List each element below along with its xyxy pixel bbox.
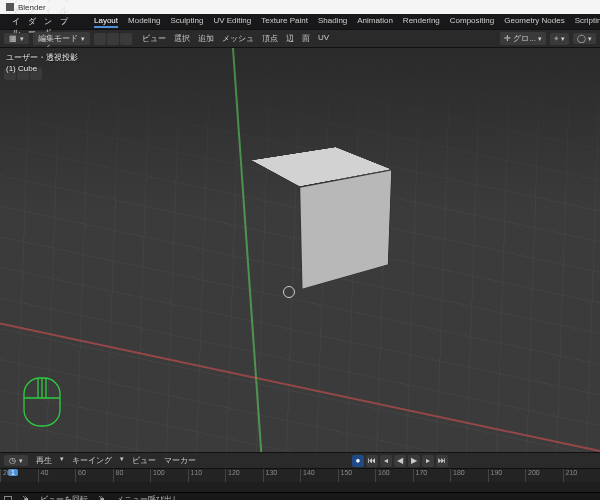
tab-shading[interactable]: Shading [318, 16, 347, 28]
clock-icon: ◷ [9, 456, 16, 465]
chevron-down-icon: ▾ [538, 35, 542, 43]
timeline-menus: 再生 ▾ キーイング ▾ ビュー マーカー [36, 455, 196, 466]
tick: 120 [225, 469, 263, 482]
record-icon: ● [356, 456, 361, 465]
overlay-line2: (1) Cube [6, 63, 78, 74]
tab-animation[interactable]: Animation [357, 16, 393, 28]
menu-keying[interactable]: キーイング [72, 455, 112, 466]
menu-vertex[interactable]: 頂点 [262, 33, 278, 44]
overlay-line1: ユーザー・透視投影 [6, 52, 78, 63]
tick: 160 [375, 469, 413, 482]
proportional-edit-button[interactable]: ◯ ▾ [573, 33, 596, 44]
axes-icon: ✛ [504, 34, 511, 43]
tab-modeling[interactable]: Modeling [128, 16, 160, 28]
viewport-3d[interactable]: ユーザー・透視投影 (1) Cube [0, 48, 600, 452]
tab-geometrynodes[interactable]: Geometry Nodes [504, 16, 564, 28]
mouse-right-icon: 🖱 [98, 495, 106, 500]
editor-type-dropdown[interactable]: ▦ ▾ [4, 33, 29, 44]
prev-keyframe-button[interactable]: ◂ [380, 455, 392, 467]
grid-icon: ▦ [9, 34, 17, 43]
vertex-select-icon[interactable] [94, 33, 106, 45]
tick: 190 [488, 469, 526, 482]
menu-marker[interactable]: マーカー [164, 455, 196, 466]
jump-start-button[interactable]: ⏮ [366, 455, 378, 467]
menu-playback[interactable]: 再生 [36, 455, 52, 466]
timeline-ruler[interactable]: 1 20 40 60 80 100 110 120 130 140 150 16… [0, 468, 600, 482]
workspace-tabs: Layout Modeling Sculpting UV Editing Tex… [94, 16, 600, 28]
tick: 60 [75, 469, 113, 482]
orientation-label: グロ... [513, 33, 536, 44]
tick: 180 [450, 469, 488, 482]
mode-label: 編集モード [38, 33, 78, 44]
header-right-cluster: ✛ グロ... ▾ ⌖ ▾ ◯ ▾ [500, 32, 596, 45]
play-icon: ▶ [411, 456, 417, 465]
tick: 170 [413, 469, 451, 482]
mouse-hint-icon [20, 374, 64, 432]
chevron-down-icon: ▾ [561, 35, 565, 43]
tab-layout[interactable]: Layout [94, 16, 118, 28]
tick: 40 [38, 469, 76, 482]
statusbar: 🖱 ビューを回転 🖱 メニュー呼び出し [0, 492, 600, 500]
play-rev-icon: ◀ [397, 456, 403, 465]
timeline-header: ◷ ▾ 再生 ▾ キーイング ▾ ビュー マーカー ● ⏮ ◂ ◀ ▶ ▸ ⏭ [0, 452, 600, 468]
tick: 80 [113, 469, 151, 482]
tab-compositing[interactable]: Compositing [450, 16, 494, 28]
status-hint-2: メニュー呼び出し [116, 494, 180, 500]
face-select-icon[interactable] [120, 33, 132, 45]
menu-mesh[interactable]: メッシュ [222, 33, 254, 44]
jump-end-button[interactable]: ⏭ [436, 455, 448, 467]
menu-add[interactable]: 追加 [198, 33, 214, 44]
tick: 20 [0, 469, 38, 482]
orientation-dropdown[interactable]: ✛ グロ... ▾ [500, 32, 546, 45]
tick: 200 [525, 469, 563, 482]
timeline-editor-dropdown[interactable]: ◷ ▾ [4, 455, 28, 466]
mode-dropdown[interactable]: 編集モード ▾ [33, 32, 90, 45]
prev-key-icon: ◂ [384, 456, 388, 465]
select-hint-icon [4, 496, 12, 501]
tick: 150 [338, 469, 376, 482]
play-reverse-button[interactable]: ◀ [394, 455, 406, 467]
menu-select[interactable]: 選択 [174, 33, 190, 44]
cube-face-front [299, 169, 392, 289]
tab-scripting[interactable]: Scripting [575, 16, 600, 28]
chevron-down-icon: ▾ [588, 35, 592, 43]
tab-uvediting[interactable]: UV Editing [213, 16, 251, 28]
chevron-down-icon: ▾ [20, 35, 24, 43]
edge-select-icon[interactable] [107, 33, 119, 45]
chevron-down-icon: ▾ [120, 455, 124, 466]
chevron-down-icon: ▾ [60, 455, 64, 466]
top-menubar: ファイル レンダー ウィンドウ ヘルプ Layout Modeling Scul… [0, 14, 600, 30]
tick: 210 [563, 469, 601, 482]
menu-edge[interactable]: 辺 [286, 33, 294, 44]
menu-face[interactable]: 面 [302, 33, 310, 44]
tick: 100 [150, 469, 188, 482]
skip-end-icon: ⏭ [438, 456, 446, 465]
tick: 110 [188, 469, 226, 482]
next-key-icon: ▸ [426, 456, 430, 465]
header-menus: ビュー 選択 追加 メッシュ 頂点 辺 面 UV [142, 33, 329, 44]
chevron-down-icon: ▾ [81, 35, 85, 43]
skip-start-icon: ⏮ [368, 456, 376, 465]
next-keyframe-button[interactable]: ▸ [422, 455, 434, 467]
cube-object[interactable] [270, 163, 400, 293]
timeline-track[interactable] [0, 482, 600, 492]
tab-texturepaint[interactable]: Texture Paint [261, 16, 308, 28]
os-titlebar: Blender [0, 0, 600, 14]
play-button[interactable]: ▶ [408, 455, 420, 467]
menu-view[interactable]: ビュー [142, 33, 166, 44]
menu-uv[interactable]: UV [318, 33, 329, 44]
autokey-button[interactable]: ● [352, 455, 364, 467]
viewport-header: ▦ ▾ 編集モード ▾ ビュー 選択 追加 メッシュ 頂点 辺 面 UV ✛ グ… [0, 30, 600, 48]
menu-view[interactable]: ビュー [132, 455, 156, 466]
tab-sculpting[interactable]: Sculpting [171, 16, 204, 28]
circle-icon: ◯ [577, 34, 586, 43]
mouse-left-icon: 🖱 [22, 495, 30, 500]
tab-rendering[interactable]: Rendering [403, 16, 440, 28]
status-hint-1: ビューを回転 [40, 494, 88, 500]
select-mode-group [94, 33, 132, 45]
magnet-icon: ⌖ [554, 34, 559, 44]
playback-controls: ● ⏮ ◂ ◀ ▶ ▸ ⏭ [352, 455, 448, 467]
snap-dropdown[interactable]: ⌖ ▾ [550, 33, 569, 45]
cursor-3d-icon [280, 283, 298, 301]
tick: 140 [300, 469, 338, 482]
